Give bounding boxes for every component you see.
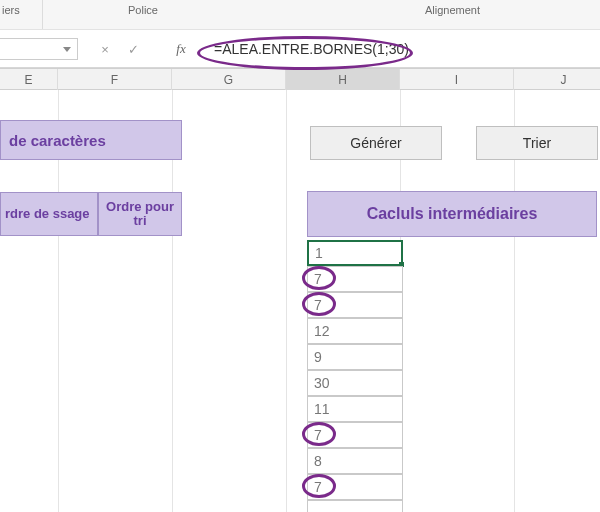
sheet-grid[interactable]: de caractères rdre de ssage Ordre pour t… <box>0 90 600 512</box>
cell-H-4[interactable]: 9 <box>307 344 403 370</box>
formula-bar: × ✓ fx <box>0 30 600 68</box>
close-icon: × <box>101 42 109 57</box>
cell-H-6[interactable]: 11 <box>307 396 403 422</box>
confirm-formula-button[interactable]: ✓ <box>120 38 146 60</box>
cell-H-8[interactable]: 8 <box>307 448 403 474</box>
fx-button[interactable]: fx <box>168 38 194 60</box>
sort-button[interactable]: Trier <box>476 126 598 160</box>
ribbon-divider <box>42 0 43 29</box>
cancel-formula-button[interactable]: × <box>92 38 118 60</box>
ribbon-group-font: Police <box>128 4 158 16</box>
cell-H-10[interactable] <box>307 500 403 512</box>
cell-H-5[interactable]: 30 <box>307 370 403 396</box>
col-header-E[interactable]: E <box>0 69 58 91</box>
column-headers: E F G H I J <box>0 68 600 90</box>
col-header-J[interactable]: J <box>514 69 600 91</box>
chars-heading: de caractères <box>0 120 182 160</box>
cell-H-1[interactable]: 7 <box>307 266 403 292</box>
col-header-F[interactable]: F <box>58 69 172 91</box>
ribbon-group-align: Alignement <box>425 4 480 16</box>
chevron-down-icon[interactable] <box>63 47 71 52</box>
col-heading-ordre-tri: Ordre pour tri <box>98 192 182 236</box>
cell-H-7[interactable]: 7 <box>307 422 403 448</box>
col-heading-ordre-passage: rdre de ssage <box>0 192 98 236</box>
cell-H-3[interactable]: 12 <box>307 318 403 344</box>
fx-icon: fx <box>176 41 185 57</box>
gridline <box>286 90 287 512</box>
name-box[interactable] <box>0 38 78 60</box>
calc-intermediaires-heading: Cacluls intermédiaires <box>307 191 597 237</box>
generate-button[interactable]: Générer <box>310 126 442 160</box>
col-header-G[interactable]: G <box>172 69 286 91</box>
ribbon-tab-fragment[interactable]: iers <box>2 4 20 16</box>
ribbon-group-row: iers Police Alignement <box>0 0 600 30</box>
col-header-I[interactable]: I <box>400 69 514 91</box>
cell-H-0[interactable]: 1 <box>307 240 403 266</box>
check-icon: ✓ <box>128 42 139 57</box>
col-header-H[interactable]: H <box>286 69 400 91</box>
formula-input[interactable] <box>212 38 594 60</box>
app-viewport: { "ribbon": { "left_tab": "iers", "group… <box>0 0 600 512</box>
cell-H-2[interactable]: 7 <box>307 292 403 318</box>
cell-H-9[interactable]: 7 <box>307 474 403 500</box>
